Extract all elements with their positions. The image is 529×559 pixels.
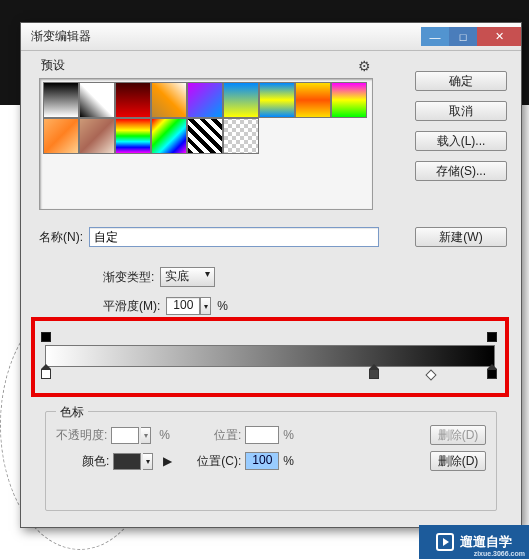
- preset-swatch[interactable]: [223, 118, 259, 154]
- ok-button[interactable]: 确定: [415, 71, 507, 91]
- color-position-input[interactable]: 100: [245, 452, 279, 470]
- preset-swatch[interactable]: [151, 118, 187, 154]
- color-label: 颜色:: [82, 453, 109, 470]
- delete-opacity-stop-button: 删除(D): [430, 425, 486, 445]
- color-swatch[interactable]: [113, 453, 141, 470]
- opacity-label: 不透明度:: [56, 427, 107, 444]
- stops-group: 色标 不透明度: ▾ % 位置: % 删除(D) 颜色: ▾ ▶ 位置(C): …: [45, 411, 497, 511]
- watermark-text: 遛遛自学: [460, 533, 512, 551]
- stops-group-title: 色标: [56, 404, 88, 421]
- play-icon: [436, 533, 454, 551]
- color-stop[interactable]: [369, 369, 379, 381]
- color-position-label: 位置(C):: [197, 453, 241, 470]
- delete-color-stop-button[interactable]: 删除(D): [430, 451, 486, 471]
- color-stop[interactable]: [487, 369, 497, 381]
- name-input[interactable]: [89, 227, 379, 247]
- gradient-editor-dialog: 渐变编辑器 — □ ✕ 预设 ⚙: [20, 22, 522, 528]
- opacity-position-label: 位置:: [214, 427, 241, 444]
- opacity-stop[interactable]: [487, 332, 497, 342]
- preset-swatch[interactable]: [43, 82, 79, 118]
- preset-swatch[interactable]: [187, 82, 223, 118]
- titlebar[interactable]: 渐变编辑器 — □ ✕: [21, 23, 521, 51]
- preset-swatch[interactable]: [331, 82, 367, 118]
- preset-swatch[interactable]: [259, 82, 295, 118]
- smoothness-label: 平滑度(M):: [103, 298, 160, 315]
- preset-swatch[interactable]: [79, 82, 115, 118]
- smoothness-unit: %: [217, 299, 228, 313]
- watermark-logo: 遛遛自学 zixue.3066.com: [419, 525, 529, 559]
- color-position-unit: %: [283, 454, 294, 468]
- maximize-button[interactable]: □: [449, 27, 477, 46]
- opacity-position-unit: %: [283, 428, 294, 442]
- color-dropdown[interactable]: ▾: [143, 453, 153, 470]
- opacity-swatch: [111, 427, 139, 444]
- watermark-url: zixue.3066.com: [474, 550, 525, 557]
- smoothness-input[interactable]: 100: [166, 297, 200, 315]
- load-button[interactable]: 载入(L)...: [415, 131, 507, 151]
- preset-swatch[interactable]: [43, 118, 79, 154]
- save-button[interactable]: 存储(S)...: [415, 161, 507, 181]
- preset-swatch[interactable]: [115, 82, 151, 118]
- cancel-button[interactable]: 取消: [415, 101, 507, 121]
- opacity-dropdown: ▾: [141, 427, 151, 444]
- minimize-button[interactable]: —: [421, 27, 449, 46]
- gear-icon[interactable]: ⚙: [358, 58, 371, 74]
- preset-swatch[interactable]: [115, 118, 151, 154]
- presets-label: 预设: [41, 57, 65, 74]
- preset-swatch[interactable]: [223, 82, 259, 118]
- smoothness-spinner[interactable]: ▾: [200, 297, 211, 315]
- name-label: 名称(N):: [39, 229, 83, 246]
- close-button[interactable]: ✕: [477, 27, 521, 46]
- new-button[interactable]: 新建(W): [415, 227, 507, 247]
- opacity-unit: %: [159, 428, 170, 442]
- gradient-type-select[interactable]: 实底: [160, 267, 215, 287]
- preset-box[interactable]: [39, 78, 373, 210]
- preset-swatch[interactable]: [187, 118, 223, 154]
- preset-swatch[interactable]: [295, 82, 331, 118]
- preset-swatch[interactable]: [79, 118, 115, 154]
- preset-swatch[interactable]: [151, 82, 187, 118]
- color-stop[interactable]: [41, 369, 51, 381]
- window-title: 渐变编辑器: [31, 28, 91, 45]
- gradient-preview-bar[interactable]: [45, 345, 495, 367]
- gradient-type-label: 渐变类型:: [103, 269, 154, 286]
- opacity-position-input: [245, 426, 279, 444]
- opacity-stop[interactable]: [41, 332, 51, 342]
- play-icon[interactable]: ▶: [161, 454, 173, 468]
